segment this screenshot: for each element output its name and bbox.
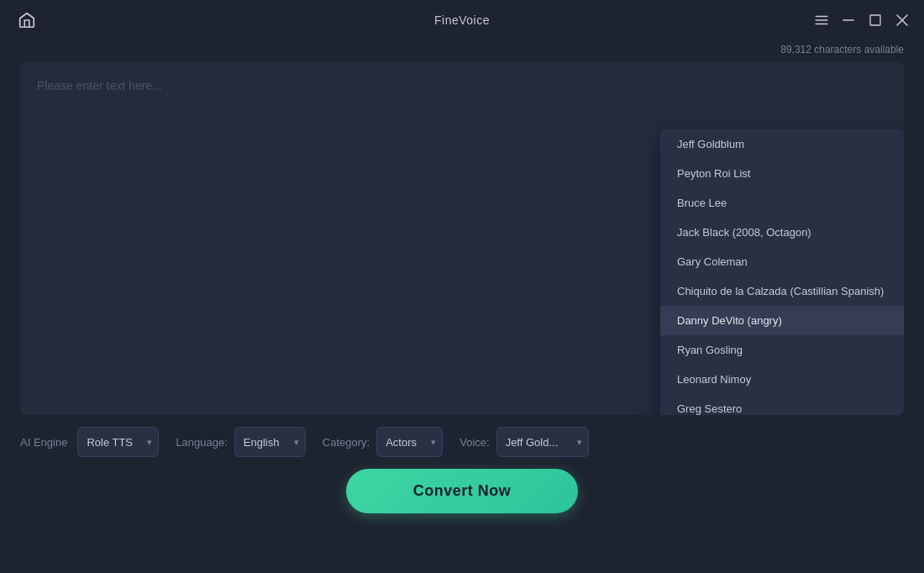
- dropdown-item[interactable]: Bruce Lee: [660, 188, 904, 218]
- language-label: Language:: [176, 436, 227, 449]
- ai-engine-select-wrapper: Role TTS ▾: [77, 427, 159, 457]
- titlebar-left: [13, 7, 40, 34]
- chars-available-bar: 89,312 characters available: [0, 40, 924, 62]
- close-button[interactable]: [894, 12, 911, 29]
- titlebar: FineVoice: [0, 0, 924, 40]
- convert-button-wrapper: Convert Now: [0, 469, 924, 530]
- main-text-area: Jeff GoldblumPeyton Roi ListBruce LeeJac…: [20, 62, 904, 415]
- ai-engine-label: AI Engine: [20, 436, 67, 449]
- dropdown-item[interactable]: Leonard Nimoy: [660, 365, 904, 394]
- language-select[interactable]: English: [234, 427, 306, 457]
- voice-select-wrapper: Jeff Gold... ▾: [496, 427, 589, 457]
- menu-icon[interactable]: [813, 12, 830, 29]
- dropdown-item[interactable]: Jeff Goldblum: [660, 129, 904, 159]
- dropdown-item[interactable]: Gary Coleman: [660, 247, 904, 276]
- chars-available-text: 89,312 characters available: [780, 44, 904, 55]
- convert-now-button[interactable]: Convert Now: [346, 469, 579, 513]
- ai-engine-section: AI Engine Role TTS ▾: [20, 427, 159, 457]
- minimize-button[interactable]: [840, 12, 857, 29]
- home-button[interactable]: [13, 7, 40, 34]
- category-select-wrapper: Actors ▾: [376, 427, 443, 457]
- window-controls: [813, 12, 911, 29]
- dropdown-item[interactable]: Ryan Gosling: [660, 335, 904, 365]
- language-select-wrapper: English ▾: [234, 427, 306, 457]
- dropdown-item[interactable]: Chiquito de la Calzada (Castillian Spani…: [660, 276, 904, 306]
- dropdown-item[interactable]: Peyton Roi List: [660, 159, 904, 188]
- voice-dropdown[interactable]: Jeff GoldblumPeyton Roi ListBruce LeeJac…: [660, 129, 904, 415]
- category-label: Category:: [323, 436, 370, 449]
- maximize-button[interactable]: [867, 12, 884, 29]
- category-select[interactable]: Actors: [376, 427, 443, 457]
- toolbar: AI Engine Role TTS ▾ Language: English ▾…: [0, 415, 924, 469]
- voice-select[interactable]: Jeff Gold...: [496, 427, 589, 457]
- dropdown-item[interactable]: Jack Black (2008, Octagon): [660, 218, 904, 247]
- dropdown-item[interactable]: Greg Sestero: [660, 394, 904, 415]
- language-section: Language: English ▾: [176, 427, 305, 457]
- svg-rect-4: [870, 15, 880, 25]
- voice-label: Voice:: [459, 436, 489, 449]
- app-title: FineVoice: [434, 13, 490, 27]
- voice-section: Voice: Jeff Gold... ▾: [459, 427, 588, 457]
- category-section: Category: Actors ▾: [323, 427, 443, 457]
- dropdown-item[interactable]: Danny DeVito (angry): [660, 306, 904, 335]
- ai-engine-select[interactable]: Role TTS: [77, 427, 159, 457]
